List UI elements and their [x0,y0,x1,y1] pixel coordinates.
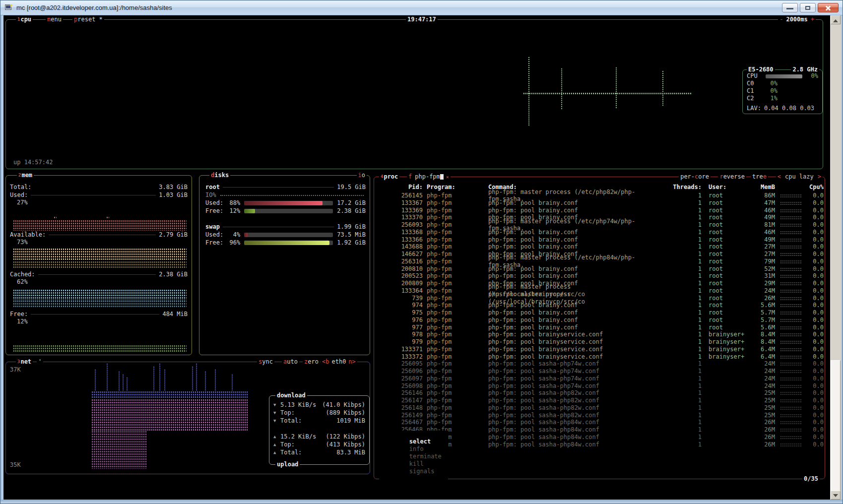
table-row[interactable]: 256316 php-fpm php-fpm: master process (… [378,258,822,265]
scrollbar-thumb[interactable] [831,360,841,492]
proc-mem: 46M [752,207,775,214]
table-row[interactable]: 256147 php-fpm php-fpm: pool sasha-php82… [378,397,822,404]
cpu-meter-row: CPU 0% [743,72,822,80]
proc-mem: 81M [752,221,775,229]
per-core-button[interactable]: per-core [679,173,711,181]
menu-button[interactable]: menu [46,16,63,23]
proc-command: php-fpm: pool brainy.conf [488,229,671,236]
proc-mem: 47M [752,199,775,207]
table-row[interactable]: 133366 php-fpm php-fpm: pool brainy.conf… [378,236,822,244]
table-row[interactable]: 143688 php-fpm php-fpm: pool brainy.conf… [378,243,822,251]
mem-used-graph-dot [106,216,109,219]
table-row[interactable]: 976 php-fpm php-fpm: pool brainy.conf 1 … [378,316,822,324]
select-button[interactable]: select [409,438,431,445]
table-row[interactable]: 133368 php-fpm php-fpm: pool brainy.conf… [378,229,822,236]
tree-button[interactable]: tree [751,173,768,181]
preset-button[interactable]: preset * [72,16,104,23]
table-row[interactable]: 256095 php-fpm php-fpm: pool sasha-php74… [378,360,822,368]
table-row[interactable]: 200523 php-fpm php-fpm: pool brainy.conf… [378,272,822,280]
col-mem[interactable]: MemB [752,184,775,191]
auto-button[interactable]: auto [282,358,299,366]
table-row[interactable]: 256098 php-fpm php-fpm: pool sasha-php74… [378,382,822,390]
proc-mem: 25M [752,397,775,404]
close-button[interactable] [818,3,839,12]
proc-user: root [702,236,752,244]
net-download-spike [122,374,125,391]
table-row[interactable]: 979 php-fpm php-fpm: pool brainyservice.… [378,338,822,346]
clear-filter-button[interactable]: ✕ [446,173,449,181]
col-program[interactable]: Program: [423,184,488,191]
table-row[interactable]: 133367 php-fpm php-fpm: pool brainy.conf… [378,199,822,207]
cpu-graph-spike [662,70,664,106]
kill-button[interactable]: kill [409,460,424,467]
table-row[interactable]: 739 php-fpm php-fpm: master process (/us… [378,295,822,302]
scroll-up-button[interactable] [831,15,841,24]
table-row[interactable]: 256093 php-fpm php-fpm: master process (… [378,221,822,229]
col-user[interactable]: User: [702,184,752,191]
sync-button[interactable]: sync [257,358,274,366]
sort-prev-icon[interactable]: < [778,173,781,181]
scroll-down-button[interactable] [831,491,841,500]
proc-command: php-fpm: pool sasha-php82w.conf [488,389,671,397]
scrollbar[interactable] [830,15,841,500]
io-mode-button[interactable]: io [357,172,367,179]
sort-next-icon[interactable]: > [818,173,821,181]
proc-program: php-fpm [423,309,488,316]
maximize-button[interactable] [800,3,816,12]
sort-selector[interactable]: <cpu lazy> [776,173,823,181]
proc-threads: 1 [671,360,702,368]
table-row[interactable]: 133372 php-fpm php-fpm: pool brainyservi… [378,353,822,361]
proc-program: php-fpm [423,419,488,426]
proc-mem: 8.4M [752,331,775,338]
proc-pid: 133364 [378,287,423,295]
table-row[interactable]: 200810 php-fpm php-fpm: pool brainy.conf… [378,265,822,273]
minimize-button[interactable] [782,3,798,12]
table-row[interactable]: 256146 php-fpm php-fpm: pool sasha-php82… [378,389,822,397]
net-download-spike [192,366,194,391]
proc-mem: 27M [752,251,775,258]
terminate-button[interactable]: terminate [409,453,442,460]
proc-mem: 24M [752,368,775,375]
proc-mem-mini-graph [775,236,805,244]
filter-input[interactable]: f php-fpm ✕ [407,173,451,181]
table-row[interactable]: 978 php-fpm php-fpm: pool brainyservice.… [378,331,822,338]
table-row[interactable]: 974 php-fpm php-fpm: pool brainy.conf 1 … [378,302,822,309]
table-row[interactable]: 256096 php-fpm php-fpm: pool sasha-php74… [378,368,822,375]
proc-box-title: 4proc [379,173,399,181]
interval-minus-button[interactable]: - [779,16,783,23]
info-button[interactable]: info [409,445,424,452]
interval-value: 2000ms [786,16,807,23]
signals-button[interactable]: signals [409,468,435,475]
table-row[interactable]: 133369 php-fpm php-fpm: pool brainy.conf… [378,207,822,214]
table-row[interactable]: 256145 php-fpm php-fpm: master process (… [378,192,822,199]
col-pid[interactable]: Pid: [378,184,423,191]
proc-pid: 256097 [378,375,423,382]
proc-command: php-fpm: pool sasha-php74w.conf [488,382,671,390]
proc-user: brainyser+ [702,338,752,346]
reverse-button[interactable]: reverse [718,173,746,181]
table-row[interactable]: 256148 php-fpm php-fpm: pool sasha-php82… [378,404,822,412]
interval-plus-button[interactable]: + [811,16,814,23]
proc-mem-mini-graph [775,309,805,316]
mem-free-graph [13,345,187,352]
mem-cached-graph-dim [13,300,187,308]
cpu-box-title: 1cpu [16,16,33,23]
proc-user: brainyser+ [702,353,752,361]
table-row[interactable]: 133371 php-fpm php-fpm: pool brainyservi… [378,346,822,353]
proc-program: php-fpm [423,229,488,236]
table-row[interactable]: 975 php-fpm php-fpm: pool brainy.conf 1 … [378,309,822,316]
col-threads[interactable]: Threads: [671,184,702,191]
zero-button[interactable]: zero [303,358,320,366]
mem-row-total: Total:3.83 GiB [10,184,188,191]
net-tick: ' [37,358,43,366]
col-cpu[interactable]: Cpu% [805,184,828,191]
up-arrow-icon: ▲ [273,449,280,456]
proc-cpu: 0.0 [805,397,828,404]
table-row[interactable]: 256149 php-fpm php-fpm: pool sasha-php82… [378,412,822,419]
interface-switcher[interactable]: <beth0n> [321,358,357,366]
proc-mem: 24M [752,287,775,295]
table-row[interactable]: 256467 php-fpm php-fpm: pool sasha-php84… [378,419,822,426]
table-row[interactable]: 256097 php-fpm php-fpm: pool sasha-php74… [378,375,822,382]
table-row[interactable]: 977 php-fpm php-fpm: pool brainy.conf 1 … [378,324,822,331]
proc-threads: 1 [671,419,702,426]
